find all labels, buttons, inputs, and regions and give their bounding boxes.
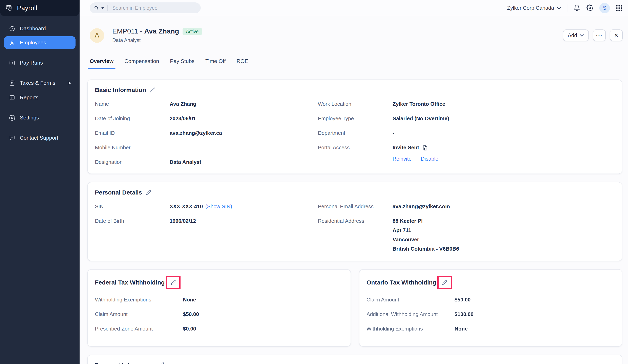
apps-grid-icon[interactable] (616, 5, 622, 11)
card-title: Federal Tax Withholding (95, 279, 165, 286)
add-button-label: Add (568, 32, 577, 38)
search-box[interactable] (90, 2, 201, 13)
field-label: Department (318, 130, 392, 137)
sidebar-item-label: Taxes & Forms (20, 80, 55, 86)
sidebar-item-settings[interactable]: Settings (4, 111, 76, 124)
tab-overview[interactable]: Overview (90, 58, 113, 69)
card-title: Ontario Tax Withholding (367, 279, 436, 286)
edit-personal-details-button[interactable] (146, 190, 151, 195)
field-label: Residential Address (318, 218, 392, 253)
tab-pay-stubs[interactable]: Pay Stubs (170, 58, 194, 69)
close-button[interactable]: ✕ (610, 29, 623, 41)
topbar-divider (567, 4, 567, 11)
tab-bar: Overview Compensation Pay Stubs Time Off… (79, 58, 628, 69)
pencil-icon (170, 280, 176, 285)
edit-federal-tax-button[interactable] (170, 280, 176, 285)
field-value: None (183, 297, 196, 303)
field-label: Claim Amount (367, 297, 455, 303)
address-line: 88 Keefer Pl (392, 218, 459, 225)
invite-sent-icon (422, 145, 428, 151)
sidebar-item-employees[interactable]: Employees (4, 36, 76, 49)
sidebar-item-label: Employees (20, 40, 46, 46)
settings-gear-icon (9, 115, 15, 121)
field-value: ava.zhang@zylker.com (392, 204, 450, 210)
sidebar-item-reports[interactable]: Reports (4, 91, 76, 104)
sidebar-item-contact-support[interactable]: Contact Support (4, 131, 76, 144)
show-sin-link[interactable]: (Show SIN) (205, 204, 232, 210)
field-label: Prescribed Zone Amount (95, 325, 183, 332)
org-switcher[interactable]: Zylker Corp Canada (507, 5, 561, 11)
add-button[interactable]: Add (563, 29, 589, 41)
main-content: A EMP011 - Ava Zhang Active Data Analyst… (79, 16, 628, 364)
more-icon: ··· (596, 32, 603, 38)
field-row: Work Location Zylker Toronto Office (318, 101, 615, 108)
gear-icon[interactable] (586, 4, 593, 11)
sidebar-item-taxes-forms[interactable]: Taxes & Forms (4, 77, 76, 89)
tab-time-off[interactable]: Time Off (205, 58, 226, 69)
sin-value: XXX-XXX-410 (170, 204, 203, 210)
sidebar-item-dashboard[interactable]: Dashboard (4, 22, 76, 35)
field-value: None (455, 325, 468, 332)
field-value: - (170, 144, 171, 151)
portal-status: Invite Sent (392, 144, 419, 151)
field-row: Prescribed Zone Amount $0.00 (95, 325, 343, 332)
portal-access-value: Invite Sent Reinvite (392, 144, 438, 162)
portal-access-row: Portal Access Invite Sent (318, 144, 615, 162)
chevron-right-icon (68, 81, 72, 85)
field-row: Withholding Exemptions None (367, 325, 615, 332)
sidebar-item-pay-runs[interactable]: Pay Runs (4, 57, 76, 69)
reinvite-link[interactable]: Reinvite (392, 156, 411, 162)
tab-compensation[interactable]: Compensation (124, 58, 159, 69)
field-label: Withholding Exemptions (367, 325, 455, 332)
search-scope-caret-icon[interactable] (101, 7, 104, 9)
search-input[interactable] (111, 5, 197, 11)
sidebar-item-label: Contact Support (20, 135, 58, 141)
field-row: Withholding Exemptions None (95, 297, 343, 303)
employee-info: EMP011 - Ava Zhang Active Data Analyst (112, 27, 202, 43)
field-row: Employee Type Salaried (No Overtime) (318, 116, 615, 122)
field-row: Date of Joining 2023/06/01 (95, 116, 318, 122)
address-value: 88 Keefer Pl Apt 711 Vancouver British C… (392, 218, 459, 253)
field-label: Claim Amount (95, 311, 183, 318)
field-label: Designation (95, 159, 170, 166)
app-title: Payroll (17, 4, 37, 12)
field-value: $50.00 (455, 297, 471, 303)
search-divider (107, 5, 108, 11)
org-name: Zylker Corp Canada (507, 5, 554, 11)
topbar-right: Zylker Corp Canada S (507, 3, 628, 13)
field-label: Additional Withholding Amount (367, 311, 455, 318)
employee-title: EMP011 - Ava Zhang (112, 27, 179, 36)
field-value: $50.00 (183, 311, 199, 318)
payroll-app: Payroll Dashboard Employees (0, 0, 628, 364)
search-icon (94, 5, 99, 11)
sidebar: Payroll Dashboard Employees (0, 0, 79, 364)
employee-avatar-initial: A (95, 31, 99, 39)
more-button[interactable]: ··· (593, 29, 606, 41)
edit-basic-information-button[interactable] (150, 87, 155, 93)
field-value: Zylker Toronto Office (392, 101, 445, 108)
employee-designation: Data Analyst (112, 38, 202, 43)
support-chat-icon (9, 135, 15, 141)
reports-icon (9, 94, 15, 101)
edit-ontario-tax-button[interactable] (442, 280, 448, 285)
header-actions: Add ··· ✕ (563, 29, 623, 41)
field-value: Ava Zhang (170, 101, 196, 108)
tab-roe[interactable]: ROE (237, 58, 248, 69)
bell-icon[interactable] (573, 4, 580, 11)
pencil-icon (146, 190, 151, 195)
chevron-down-icon (580, 34, 584, 37)
field-label: Withholding Exemptions (95, 297, 183, 303)
payroll-logo-icon (5, 4, 13, 12)
pencil-icon (150, 87, 155, 93)
address-row: Residential Address 88 Keefer Pl Apt 711… (318, 218, 615, 253)
edit-payment-information-button[interactable] (159, 362, 164, 364)
field-label: Work Location (318, 101, 392, 108)
field-label: Email ID (95, 130, 170, 137)
user-avatar[interactable]: S (599, 3, 610, 13)
field-row: Department - (318, 130, 615, 137)
topbar: Zylker Corp Canada S (79, 0, 628, 16)
address-line: Apt 711 (392, 227, 459, 234)
status-badge: Active (183, 28, 202, 35)
dashboard-icon (9, 25, 15, 32)
disable-link[interactable]: Disable (421, 156, 438, 162)
